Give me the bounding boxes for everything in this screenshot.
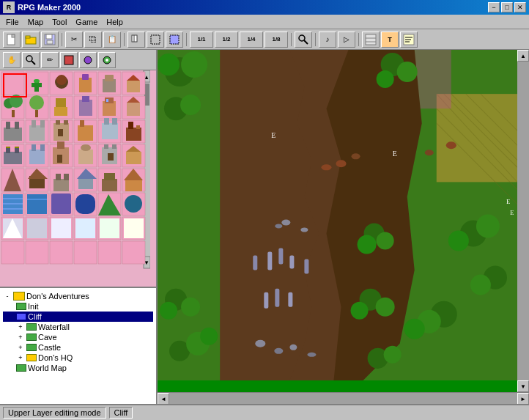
tree-item-waterfall[interactable]: + Waterfall	[3, 322, 153, 332]
play-button[interactable]: ▷	[338, 32, 355, 48]
toolbar: ✂ ⿻ 📋 1/1 1/2 1/4 1/8 ♪ ▷ T	[0, 29, 529, 50]
copy-button[interactable]: ⿻	[84, 32, 102, 48]
paste-button[interactable]: 📋	[103, 32, 121, 48]
right-scrollbar[interactable]: ▲ ▼	[517, 50, 529, 392]
scroll-track[interactable]	[517, 62, 529, 380]
svg-text:E: E	[393, 150, 397, 158]
svg-rect-101	[29, 150, 45, 164]
rectangle-tool-button[interactable]	[60, 52, 78, 68]
svg-point-237	[181, 298, 200, 317]
svg-point-241	[200, 328, 218, 345]
svg-rect-6	[47, 40, 53, 44]
menu-help[interactable]: Help	[102, 16, 127, 28]
tree-item-cave[interactable]: + Cave	[3, 332, 153, 342]
svg-point-197	[448, 231, 469, 251]
menu-file[interactable]: File	[1, 16, 23, 28]
zoom-button[interactable]	[295, 32, 312, 48]
svg-text:E: E	[510, 209, 514, 216]
svg-point-212	[275, 224, 282, 228]
status-bar: Upper Layer editing mode Cliff	[0, 404, 529, 420]
svg-rect-107	[57, 155, 62, 163]
worldmap-map-icon	[16, 364, 26, 372]
map-canvas-area[interactable]: E E E E E	[158, 50, 517, 392]
svg-rect-102	[32, 144, 36, 151]
scale-1-4-button[interactable]: 1/4	[240, 32, 263, 48]
tree-item-castle[interactable]: + Castle	[3, 342, 153, 353]
new-button[interactable]	[3, 32, 21, 48]
pencil-button[interactable]	[127, 32, 145, 48]
main-area: ✋ ✏ ▲	[0, 50, 529, 404]
save-button[interactable]	[41, 32, 59, 48]
tile-palette-svg: ▲ ▼	[0, 70, 150, 287]
tree-item-donshq[interactable]: + Don's HQ	[3, 353, 153, 363]
svg-point-202	[404, 319, 425, 339]
select-rect-button[interactable]	[147, 32, 164, 48]
cliff-label: Cliff	[28, 312, 42, 321]
svg-rect-113	[104, 144, 108, 149]
root-label: Don's Adventures	[26, 292, 89, 301]
scale-1-8-button[interactable]: 1/8	[264, 32, 288, 48]
menu-map[interactable]: Map	[23, 16, 48, 28]
menu-game[interactable]: Game	[71, 16, 102, 28]
bottom-scrollbar[interactable]: ◄ ►	[158, 392, 529, 404]
svg-point-220	[352, 153, 360, 159]
project-tree: - Don's Adventures Init Cliff + Waterfal…	[0, 287, 156, 404]
scroll-up-button[interactable]: ▲	[517, 50, 529, 62]
svg-rect-209	[275, 289, 279, 307]
svg-point-223	[425, 150, 434, 155]
root-folder-icon	[13, 292, 25, 301]
tree-item-init[interactable]: Init	[3, 301, 153, 312]
cut-button[interactable]: ✂	[65, 32, 83, 48]
svg-rect-48	[127, 81, 140, 92]
scale-1-1-button[interactable]: 1/1	[190, 32, 213, 48]
magnify-tool-button[interactable]	[22, 52, 40, 68]
open-button[interactable]	[22, 32, 40, 48]
svg-point-191	[180, 95, 201, 115]
hand-tool-button[interactable]: ✋	[3, 52, 21, 68]
minimize-button[interactable]: −	[488, 2, 500, 12]
svg-point-189	[158, 54, 180, 75]
maximize-button[interactable]: □	[501, 2, 513, 12]
scale-1-2-button[interactable]: 1/2	[215, 32, 238, 48]
svg-rect-59	[54, 107, 67, 116]
layer-button[interactable]	[362, 32, 380, 48]
scroll-right-button[interactable]: ►	[517, 393, 529, 404]
toolbar-sep3	[186, 33, 187, 46]
tile-palette[interactable]: ▲ ▼	[0, 70, 156, 287]
circle-tool-button[interactable]	[79, 52, 97, 68]
fill-tool-button[interactable]	[98, 52, 116, 68]
waterfall-expand-icon: +	[16, 323, 25, 331]
tree-item-worldmap[interactable]: World Map	[3, 363, 153, 373]
svg-rect-163	[100, 218, 119, 238]
svg-rect-93	[136, 125, 140, 129]
music-button[interactable]: ♪	[319, 32, 336, 48]
svg-rect-76	[32, 120, 36, 128]
tree-root[interactable]: - Don's Adventures	[3, 291, 153, 301]
pencil-tool-button[interactable]: ✏	[41, 52, 59, 68]
toolbar-sep5	[315, 33, 316, 46]
svg-rect-77	[40, 120, 45, 128]
svg-rect-132	[102, 179, 117, 191]
svg-rect-103	[40, 144, 45, 151]
app-icon: R	[3, 1, 15, 13]
svg-rect-169	[74, 241, 97, 264]
toolbar-sep6	[358, 33, 359, 46]
svg-point-227	[307, 353, 316, 357]
title-button[interactable]: T	[381, 32, 399, 48]
tree-item-cliff[interactable]: Cliff	[3, 312, 153, 322]
svg-rect-185	[415, 50, 451, 108]
svg-line-12	[304, 40, 308, 44]
scroll-left-button[interactable]: ◄	[158, 393, 169, 404]
svg-rect-85	[80, 120, 84, 127]
scroll-down-button[interactable]: ▼	[517, 380, 529, 392]
script-button[interactable]	[400, 32, 418, 48]
svg-rect-92	[128, 122, 133, 129]
close-button[interactable]: ✕	[514, 2, 526, 12]
app-title: RPG Maker 2000	[18, 3, 488, 12]
svg-point-194	[377, 70, 394, 88]
select-fill-button[interactable]	[166, 32, 183, 48]
svg-point-211	[281, 219, 290, 225]
menu-tool[interactable]: Tool	[48, 16, 71, 28]
worldmap-label: World Map	[28, 364, 67, 372]
hscroll-track[interactable]	[169, 393, 517, 404]
